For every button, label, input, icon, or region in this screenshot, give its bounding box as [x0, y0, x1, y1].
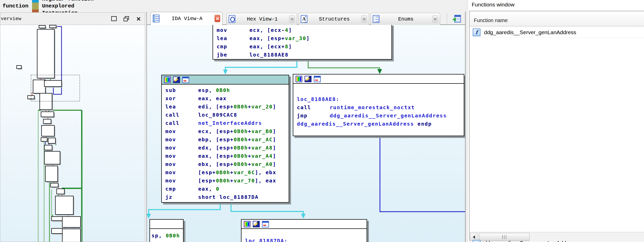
code-line[interactable]: movecx, [esp+0B0h+var_B0]: [162, 127, 289, 135]
mnemonic: mov: [217, 26, 249, 34]
block-titlebar[interactable]: [242, 220, 367, 229]
token: ], ebx: [255, 169, 276, 175]
code-line[interactable]: movebp, [esp+0B0h+var_AC]: [162, 135, 289, 144]
token: sp,: [152, 232, 166, 239]
overview-window-buttons: [110, 15, 145, 22]
code-line[interactable]: movecx, [ecx-4]: [213, 26, 391, 34]
overview-title: verview: [1, 16, 21, 22]
block-bottom-left[interactable]: sp, 0B0h: [149, 219, 184, 242]
minimap-node: [41, 112, 54, 117]
close-icon[interactable]: [135, 15, 142, 22]
block-bottom-center[interactable]: loc_81887DA:: [241, 219, 367, 242]
structures-icon: [301, 15, 307, 23]
token: ]: [273, 128, 276, 134]
code-line[interactable]: loc_8188AE8:: [293, 95, 464, 103]
tab-close-icon[interactable]: [289, 15, 295, 23]
token: ]: [273, 161, 276, 167]
frame-window-icon[interactable]: [262, 221, 269, 227]
code-line[interactable]: sp, 0B0h: [150, 231, 183, 240]
palette-icon[interactable]: [296, 76, 302, 82]
token: edx, [esp+: [198, 145, 234, 151]
code-line[interactable]: movebx, [esp+0B0h+var_A0]: [162, 160, 289, 168]
palette-icon[interactable]: [244, 221, 250, 227]
tab-close-icon[interactable]: [361, 15, 367, 23]
maximize-icon[interactable]: [110, 15, 118, 22]
legend-item-unexplored: Unexplored: [32, 3, 94, 10]
code-line[interactable]: loc_81887DA:: [242, 237, 367, 242]
edit-icon[interactable]: [253, 221, 260, 227]
function-name: ddg_aaredis__Server_genLanAddress: [484, 240, 576, 242]
code-line[interactable]: mov[esp+0B0h+var_6C], ebx: [162, 168, 289, 176]
block-titlebar[interactable]: [293, 75, 464, 84]
code-line[interactable]: jbeloc_8188AE8: [213, 51, 391, 59]
edit-icon[interactable]: [173, 77, 180, 83]
code-line[interactable]: moveax, [esp+0B0h+var_A4]: [162, 152, 289, 160]
frame-window-icon[interactable]: [182, 77, 189, 83]
mnemonic: sub: [165, 86, 198, 94]
edge-arrowhead: [377, 69, 382, 74]
token: 0B0h: [216, 87, 230, 93]
code-line[interactable]: ddg_aaredis__Server_genLanAddress endp: [293, 120, 464, 128]
code-line[interactable]: xoreax, eax: [162, 94, 289, 103]
minimap-graph: [0, 25, 145, 242]
mnemonic: mov: [165, 160, 198, 168]
functions-window: Functions window Function name fddg_aare…: [468, 0, 644, 242]
tab-ida-view-a[interactable]: IDA View-A: [150, 12, 223, 25]
function-row-ddg-aaredis-server-genlanaddress[interactable]: fddg_aaredis__Server_genLanAddress: [470, 27, 644, 38]
block-titlebar[interactable]: [150, 220, 183, 229]
code-line[interactable]: leaeax, [esp+var_30]: [213, 34, 391, 42]
function-name-column-header[interactable]: Function name: [470, 11, 644, 26]
partial-list-row[interactable]: fddg_aaredis__Server_genLanAddress: [470, 240, 644, 242]
token: eax, eax: [198, 95, 227, 101]
minimap-node: [44, 151, 60, 164]
minimap-node: [39, 25, 45, 28]
code-line[interactable]: movedx, [esp+0B0h+var_A8]: [162, 144, 289, 152]
block-body: subesp, 0B0hxoreax, eaxleaedi, [esp+0B0h…: [162, 85, 289, 201]
code-line[interactable]: callnet_InterfaceAddrs: [162, 119, 289, 127]
token: ebx, [esp+: [198, 161, 234, 167]
code-line[interactable]: callruntime_morestack_noctxt: [293, 103, 464, 111]
block-top[interactable]: movecx, [ecx-4]leaeax, [esp+var_30]cmpea…: [213, 25, 392, 60]
graph-canvas[interactable]: movecx, [ecx-4]leaeax, [esp+var_30]cmpea…: [147, 25, 465, 242]
code-line[interactable]: jmpddg_aaredis__Server_genLanAddress: [293, 111, 464, 120]
functions-window-title: Functions window: [472, 2, 515, 8]
tab-close-icon[interactable]: [432, 15, 438, 23]
overview-minimap[interactable]: [0, 25, 145, 242]
block-titlebar[interactable]: [162, 75, 289, 85]
code-line[interactable]: cmpeax, [ecx+8]: [213, 42, 391, 51]
tab-enums[interactable]: Enums: [370, 13, 440, 25]
legend-prefix-label: function: [3, 3, 28, 9]
tab-hex-view-1[interactable]: Hex View-1: [226, 13, 297, 25]
token: ecx, [ecx-: [249, 27, 285, 33]
code-line[interactable]: leaedi, [esp+0B0h+var_20]: [162, 103, 289, 111]
frame-window-icon[interactable]: [314, 76, 321, 82]
code-line[interactable]: subesp, 0B0h: [162, 86, 289, 94]
mnemonic: call: [165, 119, 198, 127]
tab-close-icon[interactable]: [215, 15, 220, 22]
token: ebp, [esp+: [198, 136, 234, 143]
token: esp,: [198, 87, 216, 93]
code-line[interactable]: jzshort loc_81887DA: [162, 193, 289, 201]
ida-view-icon: [153, 15, 159, 22]
code-line[interactable]: mov[esp+0B0h+var_70], eax: [162, 176, 289, 185]
palette-icon[interactable]: [164, 77, 171, 83]
token: loc_8188AE8:: [297, 96, 339, 102]
block-body: sp, 0B0h: [150, 229, 183, 240]
restore-icon[interactable]: [122, 15, 130, 22]
code-line[interactable]: callloc_809CAC8: [162, 111, 289, 119]
token: 8: [285, 43, 288, 50]
jump-view-button[interactable]: [451, 13, 464, 24]
tab-structures[interactable]: Structures: [298, 13, 369, 25]
token: 0B0h: [234, 145, 248, 151]
edit-icon[interactable]: [305, 76, 311, 82]
block-left[interactable]: subesp, 0B0hxoreax, eaxleaedi, [esp+0B0h…: [161, 75, 289, 203]
token: net_InterfaceAddrs: [198, 120, 262, 126]
token: 0B0h: [234, 136, 248, 143]
token: var_20: [251, 104, 273, 110]
graph-overview-panel: verview: [0, 12, 145, 242]
code-line[interactable]: cmpeax, 0: [162, 185, 289, 193]
token: 0B0h: [234, 161, 248, 167]
pane-splitter[interactable]: [466, 0, 468, 242]
block-right[interactable]: loc_8188AE8:callruntime_morestack_noctxt…: [293, 74, 464, 136]
overview-titlebar[interactable]: verview: [0, 13, 145, 25]
